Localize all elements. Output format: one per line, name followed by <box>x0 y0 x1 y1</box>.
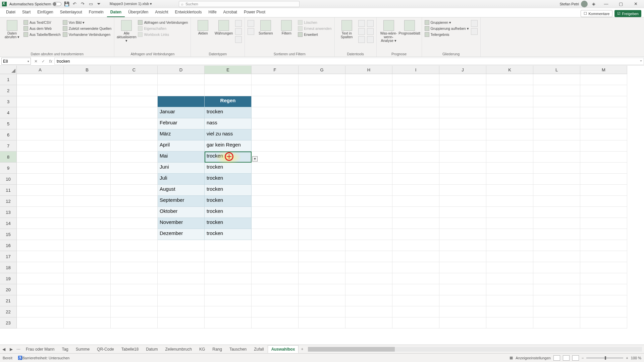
cell[interactable] <box>392 273 439 284</box>
cell[interactable]: nass <box>205 118 252 129</box>
ribbon-item[interactable]: Vorhandene Verbindungen <box>63 32 112 37</box>
whatif-button[interactable]: Was-wäre-wenn-Analyse ▾ <box>379 19 398 43</box>
cell[interactable] <box>64 118 111 129</box>
ribbon-tab-ansicht[interactable]: Ansicht <box>152 8 171 17</box>
cell[interactable] <box>345 174 392 185</box>
cell[interactable]: Juli <box>158 174 205 185</box>
data-validation-button[interactable] <box>358 36 365 43</box>
cell[interactable] <box>299 284 345 295</box>
diamond-icon[interactable]: ◈ <box>591 1 597 7</box>
cell[interactable] <box>392 107 439 118</box>
cell[interactable] <box>299 273 345 284</box>
cell[interactable] <box>299 174 345 185</box>
ribbon-tab-formeln[interactable]: Formeln <box>86 8 107 17</box>
cell[interactable] <box>252 96 299 107</box>
cell[interactable] <box>205 85 252 96</box>
row-header[interactable]: 2 <box>0 85 17 96</box>
ribbon-item[interactable]: Von Bild ▾ <box>63 20 112 25</box>
cell[interactable] <box>533 306 580 317</box>
cell[interactable] <box>345 295 392 306</box>
row-header[interactable]: 3 <box>0 96 17 107</box>
row-header[interactable]: 22 <box>0 306 17 317</box>
autosave-toggle[interactable] <box>53 2 61 6</box>
cell[interactable] <box>64 196 111 207</box>
column-header[interactable]: B <box>64 66 111 74</box>
outline-hide-button[interactable] <box>471 28 478 35</box>
column-header[interactable]: K <box>486 66 533 74</box>
minimize-button[interactable]: — <box>600 0 612 8</box>
row-header[interactable]: 5 <box>0 118 17 129</box>
zoom-out-icon[interactable]: − <box>582 356 584 360</box>
cell[interactable] <box>158 251 205 262</box>
sheet-tab[interactable]: Tabelle18 <box>118 345 142 353</box>
cell[interactable] <box>533 129 580 140</box>
cell[interactable] <box>580 229 627 240</box>
cell[interactable] <box>345 185 392 196</box>
cell[interactable] <box>158 85 205 96</box>
cell[interactable] <box>345 107 392 118</box>
cell[interactable] <box>439 251 486 262</box>
ribbon-tab-daten[interactable]: Daten <box>107 8 125 17</box>
refresh-all-button[interactable]: Alle aktualisieren ▾ <box>117 19 136 43</box>
cell[interactable] <box>580 140 627 152</box>
cell[interactable] <box>205 262 252 273</box>
cell[interactable] <box>580 118 627 129</box>
row-header[interactable]: 6 <box>0 129 17 140</box>
cell[interactable] <box>486 96 533 107</box>
cell[interactable] <box>299 262 345 273</box>
cell[interactable] <box>533 196 580 207</box>
cell[interactable]: Mai <box>158 152 205 163</box>
cell[interactable] <box>252 317 299 328</box>
cell[interactable] <box>533 218 580 229</box>
cell[interactable] <box>392 96 439 107</box>
cell[interactable] <box>64 74 111 85</box>
cell[interactable] <box>299 118 345 129</box>
cell[interactable]: August <box>158 185 205 196</box>
cell[interactable] <box>580 306 627 317</box>
column-header[interactable]: H <box>345 66 392 74</box>
cell[interactable] <box>252 129 299 140</box>
cell[interactable] <box>111 118 158 129</box>
sort-button[interactable]: Sortieren <box>256 19 275 35</box>
cell[interactable] <box>17 240 64 251</box>
cell[interactable] <box>392 251 439 262</box>
cell[interactable] <box>439 207 486 218</box>
cell[interactable] <box>64 218 111 229</box>
select-all-corner[interactable] <box>0 66 17 74</box>
ribbon-tab-acrobat[interactable]: Acrobat <box>220 8 240 17</box>
cell[interactable] <box>111 295 158 306</box>
cell[interactable] <box>392 174 439 185</box>
cell[interactable] <box>533 240 580 251</box>
cell[interactable] <box>392 163 439 174</box>
redo-icon[interactable]: ↷ <box>80 1 86 7</box>
cell[interactable] <box>158 96 205 107</box>
cell[interactable] <box>439 185 486 196</box>
comments-button[interactable]: ☐ Kommentare <box>581 10 612 17</box>
cell[interactable] <box>580 163 627 174</box>
sheet-tab[interactable]: Zufall <box>250 345 267 353</box>
user-name[interactable]: Stefan Petri <box>560 2 579 6</box>
stocks-button[interactable]: Aktien <box>194 19 212 35</box>
cell[interactable] <box>486 74 533 85</box>
cell[interactable] <box>252 218 299 229</box>
cell[interactable] <box>64 163 111 174</box>
cell[interactable] <box>64 85 111 96</box>
ribbon-item[interactable]: Aus Tabelle/Bereich <box>23 32 61 37</box>
cell[interactable] <box>439 196 486 207</box>
cell[interactable] <box>205 74 252 85</box>
cell[interactable] <box>533 251 580 262</box>
outline-show-button[interactable] <box>471 20 478 27</box>
cell[interactable] <box>299 85 345 96</box>
cell[interactable] <box>64 251 111 262</box>
cell[interactable] <box>486 85 533 96</box>
cell[interactable] <box>17 185 64 196</box>
cell[interactable] <box>17 129 64 140</box>
column-header[interactable]: A <box>17 66 64 74</box>
get-data-button[interactable]: Daten abrufen ▾ <box>3 19 21 39</box>
cell[interactable]: Regen <box>205 96 252 107</box>
cell[interactable] <box>439 74 486 85</box>
cell[interactable] <box>205 306 252 317</box>
cell[interactable] <box>111 96 158 107</box>
cell[interactable] <box>533 295 580 306</box>
cell[interactable] <box>580 107 627 118</box>
